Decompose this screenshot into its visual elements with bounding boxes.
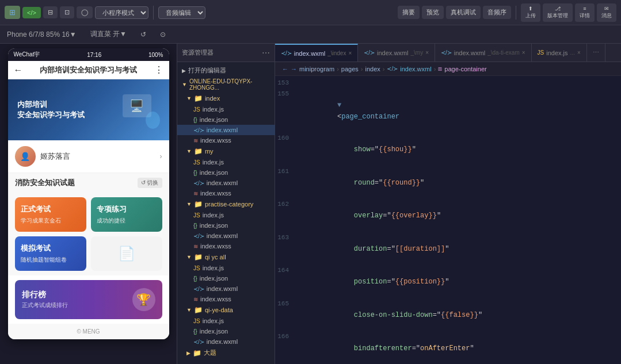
tab-2-close[interactable]: × xyxy=(522,49,525,56)
practice-sub: 成功的捷径 xyxy=(97,217,125,225)
detail-btn[interactable]: ≡ 详情 xyxy=(575,3,595,22)
folder-practise-arrow: ▼ xyxy=(186,201,192,207)
code-line-161: 161 round="{{round}}" xyxy=(275,167,621,200)
file-tree-menu-btn[interactable]: ⋯ xyxy=(262,48,270,58)
qi-yc-json[interactable]: {} index.json xyxy=(177,273,275,283)
my-js-label: index.js xyxy=(203,159,224,166)
tab-1-close[interactable]: × xyxy=(425,49,429,56)
tab-1-icon: ≺/≻ xyxy=(364,49,375,56)
tab-0-icon: ≺/≻ xyxy=(281,50,292,56)
code-editor-panel: ≺/≻ index.wxml _\index × ≺/≻ index.wxml … xyxy=(275,44,621,364)
tab-2-path: _\da-ti-exam xyxy=(487,49,520,56)
nav-prev-btn[interactable]: ← xyxy=(282,66,288,72)
device-select[interactable]: Phone 6/7/8 85% 16▼ xyxy=(5,29,79,40)
quiz-switch-btn[interactable]: ↺ 切换 xyxy=(138,178,162,188)
my-json[interactable]: {} index.json xyxy=(177,167,275,178)
user-arrow: › xyxy=(160,152,162,160)
editor-tab-more[interactable]: ⋯ xyxy=(587,44,605,62)
index-json[interactable]: {} index.json xyxy=(177,114,275,125)
target-btn[interactable]: ⊙ xyxy=(158,29,168,40)
menu-dots[interactable]: ⋮ xyxy=(154,64,163,75)
file-tree-title: 资源管理器 xyxy=(182,48,258,57)
ranking-bar[interactable]: 排行榜 正式考试成绩排行 🏆 xyxy=(15,280,162,319)
message-btn[interactable]: ✉ 消息 xyxy=(597,3,616,22)
app-icon-btn[interactable]: ⊞ xyxy=(5,6,20,19)
qi-yc-wxss[interactable]: ≋ index.wxss xyxy=(177,294,275,304)
app-title: 内部培训安全知识学习与考试 xyxy=(40,65,137,75)
open-editors-item[interactable]: ▶ 打开的编辑器 xyxy=(177,64,275,76)
editor-tab-1[interactable]: ≺/≻ index.wxml _\my × xyxy=(358,44,435,62)
summary-btn[interactable]: 摘要 xyxy=(398,6,420,19)
settings-icon-btn[interactable]: ⊟ xyxy=(43,6,58,18)
practise-wxml[interactable]: ≺/≻ index.wxml xyxy=(177,231,275,241)
index-wxml-label: index.wxml xyxy=(207,127,238,133)
circle-icon-btn[interactable]: ◯ xyxy=(77,6,93,18)
practise-js[interactable]: JS index.js xyxy=(177,210,275,220)
wxss-icon: ≋ xyxy=(193,137,198,144)
index-js[interactable]: JS index.js xyxy=(177,104,275,114)
formal-exam-btn[interactable]: 正式考试 学习成果玄金石 xyxy=(15,197,86,232)
code-line-160: 160 show="{{shou}}" xyxy=(275,133,621,167)
banner: 内部培训安全知识学习与考试 🖥️ xyxy=(8,79,169,140)
practise-json[interactable]: {} index.json xyxy=(177,220,275,231)
mock-exam-sub: 随机抽题智能组卷 xyxy=(21,256,67,264)
code-icon-btn[interactable]: </> xyxy=(22,7,41,18)
orientation-toggle[interactable]: 调直菜 开▼ xyxy=(88,28,129,40)
mock-exam-btn[interactable]: 模拟考试 随机抽题智能组卷 xyxy=(15,236,86,271)
line-num-160: 160 xyxy=(277,133,296,144)
my-wxml[interactable]: ≺/≻ index.wxml xyxy=(177,178,275,188)
layout-icon-btn[interactable]: ⊡ xyxy=(60,6,74,18)
editor-tab-2[interactable]: ≺/≻ index.wxml _\da-ti-exam × xyxy=(435,44,532,62)
practise-wxss[interactable]: ≋ index.wxss xyxy=(177,241,275,251)
line-num-162: 162 xyxy=(277,200,296,210)
project-root-item[interactable]: ▼ ONLINE-EDU-DTQYPX-ZHONGG... xyxy=(177,76,275,93)
qi-ye-wxml[interactable]: ≺/≻ index.wxml xyxy=(177,336,275,347)
tab-2-label: index.wxml xyxy=(454,49,485,56)
tab-0-label: index.wxml xyxy=(294,50,325,57)
mode-dropdown[interactable]: 小程序模式 xyxy=(95,6,148,19)
breadcrumb-wxml[interactable]: index.wxml xyxy=(400,66,431,72)
index-wxss[interactable]: ≋ index.wxss xyxy=(177,135,275,145)
upload-btn[interactable]: ⬆ 上传 xyxy=(521,3,540,22)
folder-qi-yc-arrow: ▼ xyxy=(186,254,192,260)
index-wxml[interactable]: ≺/≻ index.wxml xyxy=(177,125,275,135)
editor-tab-0[interactable]: ≺/≻ index.wxml _\index × xyxy=(275,44,358,62)
breadcrumb-miniprogram[interactable]: miniprogram xyxy=(299,66,334,72)
qi-ye-json-label: index.json xyxy=(200,328,228,335)
qi-yc-wxml[interactable]: ≺/≻ index.wxml xyxy=(177,283,275,294)
tab-3-close[interactable]: × xyxy=(577,49,581,56)
my-wxss[interactable]: ≋ index.wxss xyxy=(177,188,275,198)
qi-yc-wxss-label: index.wxss xyxy=(200,296,231,302)
breadcrumb-component[interactable]: page-container xyxy=(444,66,486,72)
tab-0-close[interactable]: × xyxy=(348,50,352,56)
fold-icon-155[interactable]: ▼ xyxy=(337,101,341,109)
qi-ye-js-icon: JS xyxy=(193,318,200,324)
version-btn[interactable]: ⎇ 版本管理 xyxy=(543,3,573,22)
preview-btn[interactable]: 预览 xyxy=(422,6,444,19)
nav-next-btn[interactable]: → xyxy=(291,66,297,72)
qi-yc-js[interactable]: JS index.js xyxy=(177,263,275,273)
practice-btn[interactable]: 专项练习 成功的捷径 xyxy=(91,197,162,232)
folder-qi-yc[interactable]: ▼ 📁 qi yc all xyxy=(177,251,275,263)
refresh-btn[interactable]: ↺ xyxy=(138,29,148,40)
compile-dropdown[interactable]: 音频编辑 xyxy=(158,6,205,19)
folder-practise[interactable]: ▼ 📁 practise-category xyxy=(177,198,275,210)
back-btn[interactable]: ← xyxy=(14,65,23,75)
line-num-166: 166 xyxy=(277,332,296,342)
folder-qi-ye[interactable]: ▼ 📁 qi-ye-data xyxy=(177,304,275,316)
folder-index[interactable]: ▼ 📁 index xyxy=(177,93,275,104)
audio-seq-btn[interactable]: 音频序 xyxy=(483,6,511,19)
my-js[interactable]: JS index.js xyxy=(177,157,275,167)
qi-ye-json[interactable]: {} index.json xyxy=(177,326,275,336)
breadcrumb-index[interactable]: index xyxy=(365,66,380,72)
code-line-164: 164 position="{{position}}" xyxy=(275,266,621,299)
code-area[interactable]: 153 155 ▼ <page_container 160 show="{{sh… xyxy=(275,76,621,364)
folder-dati[interactable]: ▶ 📁 大题 xyxy=(177,347,275,359)
editor-tab-3[interactable]: JS index.js ... × xyxy=(532,44,587,62)
wechat-carrier: WeChat宇 xyxy=(14,51,40,59)
folder-my[interactable]: ▼ 📁 my xyxy=(177,145,275,157)
qi-ye-js[interactable]: JS index.js xyxy=(177,316,275,326)
real-debug-btn[interactable]: 真机调试 xyxy=(446,6,481,19)
user-info-bar[interactable]: 👤 姬苏落言 › xyxy=(8,140,169,173)
breadcrumb-pages[interactable]: pages xyxy=(341,66,359,72)
